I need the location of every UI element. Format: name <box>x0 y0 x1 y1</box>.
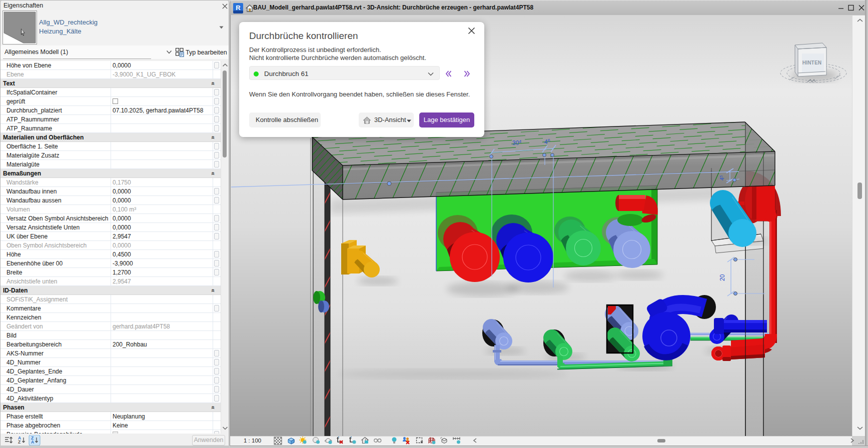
svg-text:A: A <box>31 440 34 444</box>
svg-text:20: 20 <box>719 274 726 281</box>
svg-text:HINTEN: HINTEN <box>802 60 821 66</box>
svg-text:Z: Z <box>18 440 21 444</box>
svg-text:R: R <box>236 4 241 12</box>
